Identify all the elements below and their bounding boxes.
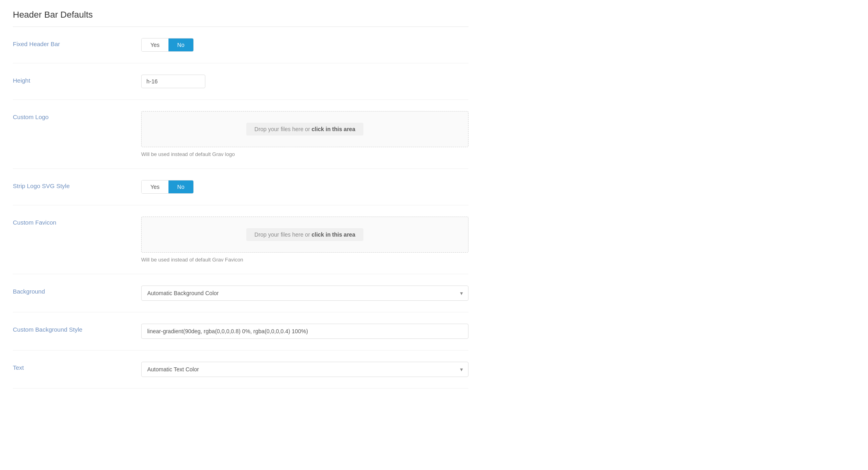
form-row-background: Background Automatic Background Color Cu…: [13, 274, 468, 312]
height-input[interactable]: [141, 75, 205, 88]
form-row-text: Text Automatic Text Color Light Dark ▾: [13, 350, 468, 389]
control-fixed-header-bar: Yes No: [141, 38, 468, 52]
dropzone-custom-favicon[interactable]: Drop your files here or click in this ar…: [141, 217, 468, 253]
form-row-height: Height: [13, 63, 468, 100]
control-custom-favicon: Drop your files here or click in this ar…: [141, 217, 468, 263]
drop-hint-logo: Will be used instead of default Grav log…: [141, 151, 468, 157]
label-strip-logo: Strip Logo SVG Style: [13, 180, 141, 189]
control-custom-bg-style: [141, 324, 468, 339]
drop-hint-favicon: Will be used instead of default Grav Fav…: [141, 257, 468, 263]
toggle-no-strip-logo[interactable]: No: [168, 180, 193, 193]
control-height: [141, 75, 468, 88]
label-custom-logo: Custom Logo: [13, 111, 141, 120]
custom-bg-style-input[interactable]: [141, 324, 468, 339]
control-text: Automatic Text Color Light Dark ▾: [141, 362, 468, 377]
select-wrapper-text: Automatic Text Color Light Dark ▾: [141, 362, 468, 377]
form-row-strip-logo: Strip Logo SVG Style Yes No: [13, 169, 468, 205]
form-row-fixed-header-bar: Fixed Header Bar Yes No: [13, 27, 468, 63]
drop-link-logo: click in this area: [312, 126, 355, 132]
text-select[interactable]: Automatic Text Color Light Dark: [141, 362, 468, 377]
form-row-custom-logo: Custom Logo Drop your files here or clic…: [13, 100, 468, 169]
label-custom-favicon: Custom Favicon: [13, 217, 141, 226]
label-background: Background: [13, 286, 141, 295]
select-wrapper-background: Automatic Background Color Custom None ▾: [141, 286, 468, 301]
drop-text-favicon: Drop your files here or: [254, 231, 311, 238]
form-row-custom-bg-style: Custom Background Style: [13, 312, 468, 350]
label-height: Height: [13, 75, 141, 84]
dropzone-inner-favicon: Drop your files here or click in this ar…: [246, 228, 363, 241]
control-custom-logo: Drop your files here or click in this ar…: [141, 111, 468, 157]
toggle-no-fixed-header-bar[interactable]: No: [168, 38, 193, 51]
control-background: Automatic Background Color Custom None ▾: [141, 286, 468, 301]
control-strip-logo: Yes No: [141, 180, 468, 194]
toggle-group-fixed-header-bar: Yes No: [141, 38, 194, 52]
background-select[interactable]: Automatic Background Color Custom None: [141, 286, 468, 301]
page-title: Header Bar Defaults: [13, 10, 468, 27]
drop-text-logo: Drop your files here or: [254, 126, 311, 132]
drop-link-favicon: click in this area: [312, 231, 355, 238]
label-custom-bg-style: Custom Background Style: [13, 324, 141, 333]
page-container: Header Bar Defaults Fixed Header Bar Yes…: [0, 0, 481, 398]
label-fixed-header-bar: Fixed Header Bar: [13, 38, 141, 47]
dropzone-inner-custom-logo: Drop your files here or click in this ar…: [246, 123, 363, 136]
form-row-custom-favicon: Custom Favicon Drop your files here or c…: [13, 205, 468, 274]
toggle-group-strip-logo: Yes No: [141, 180, 194, 194]
label-text: Text: [13, 362, 141, 371]
toggle-yes-fixed-header-bar[interactable]: Yes: [142, 38, 168, 51]
toggle-yes-strip-logo[interactable]: Yes: [142, 180, 168, 193]
dropzone-custom-logo[interactable]: Drop your files here or click in this ar…: [141, 111, 468, 147]
